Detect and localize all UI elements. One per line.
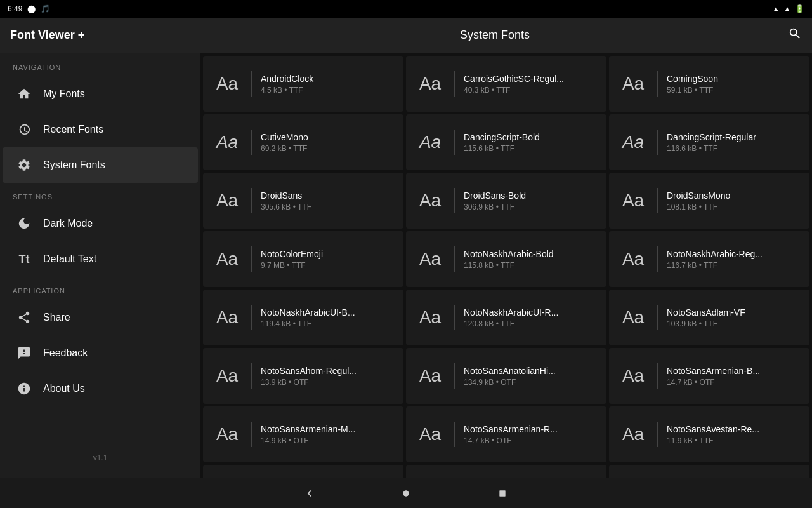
font-card[interactable]: Aa NotoNaskhArabic-Bold 115.8 kB • TTF [406,231,606,287]
sidebar-item-feedback[interactable]: Feedback [3,335,198,371]
font-divider [454,246,455,272]
sidebar-item-default-text[interactable]: Tt Default Text [3,241,198,277]
font-card[interactable]: Aa NotoNaskhArabic-Reg... 116.7 kB • TTF [609,231,809,287]
font-card[interactable]: Aa NotoNaskhArabicUI-B... 119.4 kB • TTF [203,290,403,345]
font-preview: Aa [415,74,445,94]
font-card[interactable]: Aa DancingScript-Bold 115.6 kB • TTF [406,114,606,170]
font-card[interactable]: Aa DancingScript-Regular 116.6 kB • TTF [609,114,809,170]
info-icon [15,380,33,398]
recent-button[interactable] [492,483,513,504]
font-card[interactable]: Aa NotoNaskhArabicUI-R... 120.8 kB • TTF [406,290,606,345]
font-meta: 115.8 kB • TTF [464,261,598,270]
font-meta: 4.5 kB • TTF [261,86,395,95]
search-button[interactable] [783,27,802,44]
sidebar-item-about-us[interactable]: About Us [3,371,198,406]
font-preview: Aa [415,424,445,444]
share-label: Share [43,312,70,323]
font-preview: Aa [618,307,648,328]
font-info: DancingScript-Regular 116.6 kB • TTF [667,132,801,153]
font-info: NotoSansAhom-Regul... 13.9 kB • OTF [261,366,395,387]
font-card[interactable]: Aa NotoSansAnatolianHi... 134.9 kB • OTF [406,348,606,404]
font-card[interactable]: Aa NotoSansArmenian-M... 14.9 kB • OTF [203,406,403,462]
nav-section-label: NAVIGATION [0,53,200,76]
top-bar: Font Viewer + System Fonts [0,18,812,53]
font-name: DroidSans [261,190,395,201]
clock-icon [15,121,33,138]
font-name: CutiveMono [261,132,395,142]
font-card[interactable]: Aa DroidSans-Bold 306.9 kB • TTF [406,173,606,229]
main-layout: NAVIGATION My Fonts Recent Fonts System … [0,53,812,478]
font-info: DroidSans 305.6 kB • TTF [261,190,395,211]
font-name: NotoSansArmenian-R... [464,424,598,434]
font-preview: Aa [415,366,445,386]
font-preview: Aa [212,132,242,152]
font-name: NotoSansArmenian-M... [261,424,395,434]
font-info: DroidSansMono 108.1 kB • TTF [667,190,801,211]
font-card[interactable]: Aa AndroidClock 4.5 kB • TTF [203,56,403,112]
font-divider [454,130,455,155]
sidebar-item-dark-mode[interactable]: Dark Mode [3,206,198,241]
font-preview: Aa [618,366,648,386]
font-card[interactable]: Aa DroidSansMono 108.1 kB • TTF [609,173,809,229]
font-card[interactable]: Aa NotoSansAdlam-VF 103.9 kB • TTF [609,290,809,345]
font-preview: Aa [415,249,445,269]
status-dot: ⬤ [27,4,36,13]
dark-mode-label: Dark Mode [43,218,93,229]
font-grid-container[interactable]: Aa AndroidClock 4.5 kB • TTF Aa CarroisG… [200,53,812,478]
font-meta: 14.9 kB • OTF [261,436,395,445]
font-preview: Aa [212,307,242,328]
font-preview: Aa [618,424,648,444]
font-divider [251,130,252,155]
font-divider [657,363,658,389]
font-preview: Aa [618,249,648,269]
font-divider [657,188,658,213]
app-title: Font Viewer + [10,29,207,42]
feedback-icon [15,344,33,362]
moon-icon [15,215,33,232]
font-card[interactable]: Aa NotoSansBamum-Reg... — kB • TTF [406,465,606,478]
home-button[interactable] [396,483,416,504]
sidebar-item-share[interactable]: Share [3,300,198,335]
font-preview: Aa [415,307,445,328]
font-preview: Aa [618,190,648,211]
font-grid: Aa AndroidClock 4.5 kB • TTF Aa CarroisG… [203,56,809,478]
font-card[interactable]: Aa DroidSans 305.6 kB • TTF [203,173,403,229]
font-meta: 103.9 kB • TTF [667,319,801,328]
font-card[interactable]: Aa CutiveMono 69.2 kB • TTF [203,114,403,170]
font-name: NotoSansAdlam-VF [667,307,801,318]
font-card[interactable]: Aa NotoSansBassaVah-R... — kB • TTF [609,465,809,478]
font-info: DroidSans-Bold 306.9 kB • TTF [464,190,598,211]
font-meta: 305.6 kB • TTF [261,203,395,211]
font-card[interactable]: Aa NotoSansAvestan-Re... 11.9 kB • TTF [609,406,809,462]
sidebar-item-my-fonts[interactable]: My Fonts [3,76,198,112]
recent-fonts-label: Recent Fonts [43,124,103,135]
font-divider [657,246,658,272]
font-name: NotoSansAhom-Regul... [261,366,395,376]
signal-icon: ▲ [783,4,791,13]
about-us-label: About Us [43,383,85,394]
font-divider [657,422,658,447]
sidebar-item-system-fonts[interactable]: System Fonts [3,147,198,183]
settings-icon [15,156,33,174]
sidebar-item-recent-fonts[interactable]: Recent Fonts [3,112,198,147]
font-preview: Aa [618,74,648,94]
font-card[interactable]: Aa NotoColorEmoji 9.7 MB • TTF [203,231,403,287]
font-preview: Aa [212,424,242,444]
font-name: NotoNaskhArabic-Bold [464,249,598,259]
font-divider [251,422,252,447]
font-card[interactable]: Aa CarroisGothicSC-Regul... 40.3 kB • TT… [406,56,606,112]
font-info: DancingScript-Bold 115.6 kB • TTF [464,132,598,153]
font-card[interactable]: Aa NotoSansArmenian-R... 14.7 kB • OTF [406,406,606,462]
version-label: v1.1 [0,443,200,472]
font-divider [251,71,252,97]
font-card[interactable]: Aa NotoSansAhom-Regul... 13.9 kB • OTF [203,348,403,404]
font-name: ComingSoon [667,74,801,84]
font-divider [454,422,455,447]
svg-point-0 [403,490,409,496]
font-card[interactable]: Aa NotoSansArmenian-B... 14.7 kB • OTF [609,348,809,404]
font-divider [251,363,252,389]
font-card[interactable]: Aa NotoSansBalinese-Re... — kB • TTF [203,465,403,478]
back-button[interactable] [299,483,320,504]
font-name: NotoColorEmoji [261,249,395,259]
font-card[interactable]: Aa ComingSoon 59.1 kB • TTF [609,56,809,112]
